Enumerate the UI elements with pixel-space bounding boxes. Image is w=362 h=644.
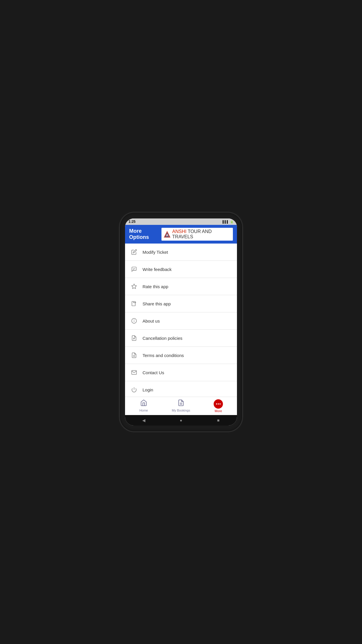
home-nav-label: Home — [139, 409, 148, 412]
cancel-doc-icon — [130, 334, 138, 342]
svg-line-13 — [133, 338, 135, 339]
mail-icon — [130, 369, 138, 376]
share-icon — [130, 300, 138, 307]
home-icon — [140, 399, 147, 408]
back-button[interactable]: ◀ — [141, 417, 147, 423]
pencil-icon — [130, 248, 138, 256]
status-time: 1:25 — [129, 220, 136, 224]
signal-icon: ▌▌▌ — [223, 220, 229, 223]
more-nav-label: More — [215, 409, 222, 413]
modify-ticket-label: Modify Ticket — [143, 250, 168, 255]
logo-text: ANSHI TOUR AND TRAVELS — [172, 229, 231, 239]
star-icon — [130, 283, 138, 290]
nav-home[interactable]: Home — [125, 397, 162, 415]
menu-item-rate-app[interactable]: Rate this app — [125, 278, 237, 295]
status-bar: 1:25 ▌▌▌ 🔋 — [125, 218, 237, 225]
bookings-nav-label: My Bookings — [172, 409, 190, 412]
phone-frame: 1:25 ▌▌▌ 🔋 More Options A ANSHI TOUR AND… — [120, 213, 242, 431]
info-icon — [130, 317, 138, 325]
menu-item-contact[interactable]: Contact Us — [125, 364, 237, 381]
terms-label: Terms and conditions — [143, 353, 184, 358]
cancellation-label: Cancellation policies — [143, 336, 182, 341]
share-app-label: Share this app — [143, 301, 171, 306]
app-title: More Options — [129, 228, 161, 240]
nav-more[interactable]: More — [200, 397, 237, 415]
logo-icon: A — [163, 230, 171, 238]
login-label: Login — [143, 387, 153, 392]
about-us-label: About us — [143, 318, 160, 323]
menu-item-login[interactable]: Login — [125, 381, 237, 397]
svg-text:A: A — [166, 233, 168, 237]
menu-list: Modify Ticket Write feedback — [125, 244, 237, 397]
status-icons: ▌▌▌ 🔋 — [223, 220, 233, 223]
dot2 — [218, 403, 219, 405]
menu-item-modify-ticket[interactable]: Modify Ticket — [125, 244, 237, 261]
chat-icon — [130, 265, 138, 273]
dot1 — [216, 403, 217, 405]
phone-screen: 1:25 ▌▌▌ 🔋 More Options A ANSHI TOUR AND… — [125, 218, 237, 426]
power-icon — [130, 386, 138, 393]
battery-icon: 🔋 — [230, 220, 233, 223]
recent-button[interactable]: ■ — [215, 417, 221, 423]
dot3 — [219, 403, 221, 405]
nav-bookings[interactable]: My Bookings — [162, 397, 200, 415]
rate-app-label: Rate this app — [143, 284, 168, 289]
app-bar: More Options A ANSHI TOUR AND TRAVELS — [125, 225, 237, 244]
logo-anshi: ANSHI — [172, 229, 187, 234]
logo-container: A ANSHI TOUR AND TRAVELS — [161, 228, 233, 241]
menu-item-write-feedback[interactable]: Write feedback — [125, 261, 237, 278]
menu-item-about-us[interactable]: About us — [125, 312, 237, 330]
more-icon — [214, 399, 223, 409]
system-nav: ◀ ● ■ — [125, 415, 237, 426]
home-button[interactable]: ● — [178, 417, 184, 423]
menu-item-cancellation[interactable]: Cancellation policies — [125, 330, 237, 347]
menu-item-share-app[interactable]: Share this app — [125, 295, 237, 312]
terms-icon — [130, 351, 138, 359]
write-feedback-label: Write feedback — [143, 267, 172, 272]
contact-label: Contact Us — [143, 370, 164, 375]
bottom-nav: Home My Bookings — [125, 397, 237, 415]
bookings-icon — [178, 399, 184, 408]
svg-marker-5 — [132, 284, 137, 289]
menu-item-terms[interactable]: Terms and conditions — [125, 347, 237, 364]
